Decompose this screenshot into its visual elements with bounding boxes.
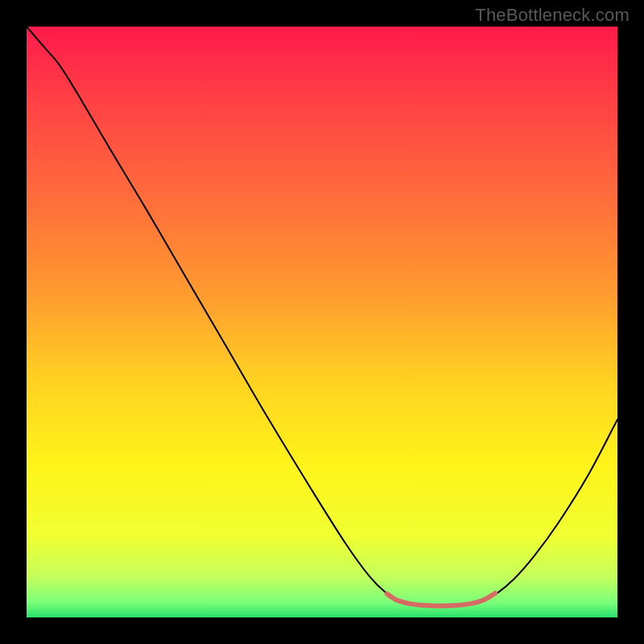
gradient-background — [27, 27, 617, 617]
plot-svg — [27, 27, 617, 617]
chart-frame: TheBottleneck.com — [0, 0, 644, 644]
watermark-text: TheBottleneck.com — [475, 5, 630, 26]
plot-area — [27, 27, 617, 617]
